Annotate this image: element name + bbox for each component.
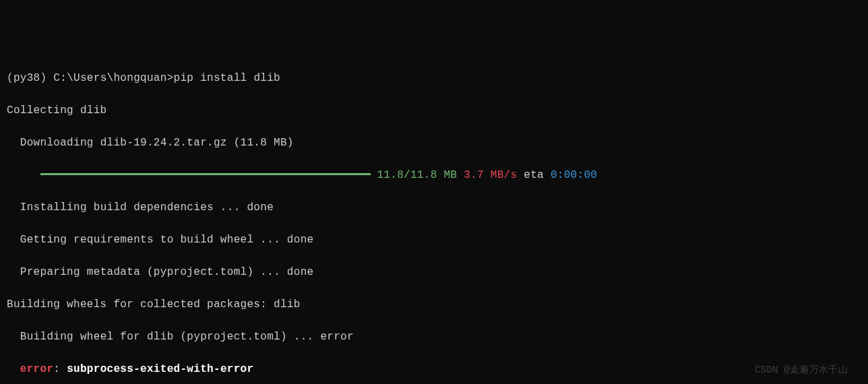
- eta-label: eta: [524, 169, 544, 181]
- eta-value: 0:00:00: [551, 169, 597, 181]
- error-line: error: subprocess-exited-with-error: [7, 361, 861, 377]
- progress-speed: 3.7 MB/s: [464, 169, 517, 181]
- output-line: Preparing metadata (pyproject.toml) ... …: [7, 264, 861, 280]
- command: pip install dlib: [174, 72, 280, 84]
- progress-line: 11.8/11.8 MB 3.7 MB/s eta 0:00:00: [7, 167, 861, 183]
- path: C:\Users\hongquan>: [53, 72, 173, 84]
- progress-size: 11.8/11.8 MB: [377, 169, 457, 181]
- prompt-line: (py38) C:\Users\hongquan>pip install dli…: [7, 70, 861, 86]
- error-label: error: [20, 363, 54, 375]
- output-line: Downloading dlib-19.24.2.tar.gz (11.8 MB…: [7, 135, 861, 151]
- output-line: Collecting dlib: [7, 102, 861, 119]
- error-message: subprocess-exited-with-error: [67, 363, 253, 375]
- output-line: Building wheel for dlib (pyproject.toml)…: [7, 329, 861, 345]
- output-line: Getting requirements to build wheel ... …: [7, 232, 861, 248]
- output-line: Installing build dependencies ... done: [7, 199, 861, 216]
- watermark: CSDN @走遍万水千山: [755, 363, 848, 377]
- output-line: Building wheels for collected packages: …: [7, 296, 861, 313]
- progress-bar: [40, 173, 371, 175]
- env-name: (py38): [7, 72, 46, 84]
